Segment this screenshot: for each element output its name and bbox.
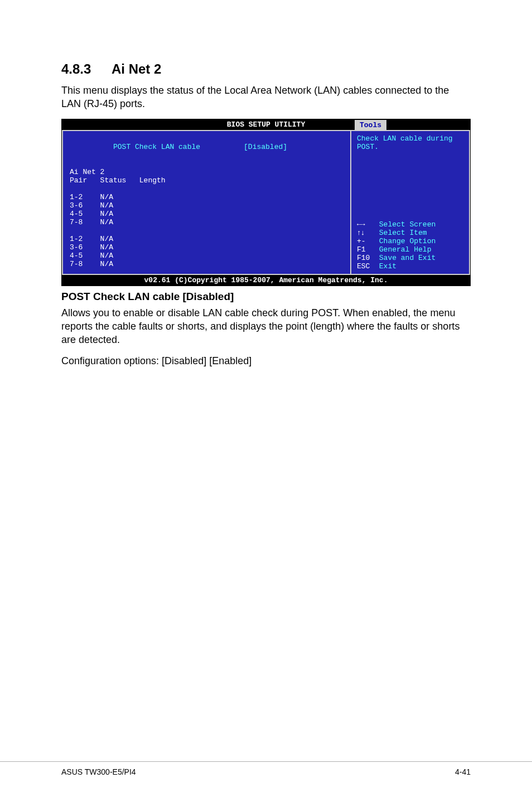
section-heading: 4.8.3Ai Net 2 xyxy=(61,61,471,77)
bios-columns: Pair Status Length xyxy=(70,176,344,185)
bios-data-row: 4-5 N/A xyxy=(70,252,344,260)
bios-group-title: Ai Net 2 xyxy=(70,168,344,176)
key-ud-icon: ↑↓ xyxy=(357,229,375,237)
bios-data-row: 1-2 N/A xyxy=(70,193,344,201)
bios-screenshot: BIOS SETUP UTILITY Tools POST Check LAN … xyxy=(61,119,471,286)
bios-right-pane: Check LAN cable during POST. ←→ Select S… xyxy=(350,130,470,275)
key-label: Select Item xyxy=(379,229,427,237)
key-label: Select Screen xyxy=(379,220,436,229)
intro-paragraph: This menu displays the status of the Loc… xyxy=(61,84,471,111)
bios-data-row: 7-8 N/A xyxy=(70,260,344,268)
bios-data-row: 3-6 N/A xyxy=(70,201,344,210)
bios-data-row: 4-5 N/A xyxy=(70,210,344,218)
bios-title-bar: BIOS SETUP UTILITY Tools xyxy=(62,119,470,130)
key-label: General Help xyxy=(379,245,432,254)
section-title: Ai Net 2 xyxy=(112,61,161,76)
bios-help-text: Check LAN cable during POST. xyxy=(357,134,463,151)
bios-left-pane: POST Check LAN cable [Disabled] Ai Net 2… xyxy=(62,130,350,275)
key-lr-icon: ←→ xyxy=(357,220,375,229)
key-label: Save and Exit xyxy=(379,254,436,262)
bios-footer: v02.61 (C)Copyright 1985-2007, American … xyxy=(62,275,470,286)
key-label: Change Option xyxy=(379,237,436,245)
bios-data-row: 7-8 N/A xyxy=(70,218,344,226)
key-f10: F10 xyxy=(357,254,375,262)
subsection-heading: POST Check LAN cable [Disabled] xyxy=(61,291,471,303)
key-esc: ESC xyxy=(357,262,375,270)
subsection-paragraph: Allows you to enable or disable LAN cabl… xyxy=(61,306,471,347)
key-pm-icon: +- xyxy=(357,237,375,245)
section-number: 4.8.3 xyxy=(61,61,112,77)
bios-setting-value: [Disabled] xyxy=(244,143,287,151)
page-footer: ASUS TW300-E5/PI4 4-41 xyxy=(0,761,532,776)
footer-right: 4-41 xyxy=(455,767,471,776)
footer-left: ASUS TW300-E5/PI4 xyxy=(61,767,136,776)
key-label: Exit xyxy=(379,262,396,270)
bios-setting-label: POST Check LAN cable xyxy=(113,143,200,151)
bios-key-legend: ←→ Select Screen ↑↓ Select Item +- Chang… xyxy=(357,220,463,270)
bios-data-row: 1-2 N/A xyxy=(70,235,344,243)
bios-tab-tools: Tools xyxy=(355,120,386,131)
bios-data-row: 3-6 N/A xyxy=(70,243,344,252)
bios-title: BIOS SETUP UTILITY xyxy=(227,120,305,129)
key-f1: F1 xyxy=(357,245,375,254)
config-options: Configuration options: [Disabled] [Enabl… xyxy=(61,354,471,368)
